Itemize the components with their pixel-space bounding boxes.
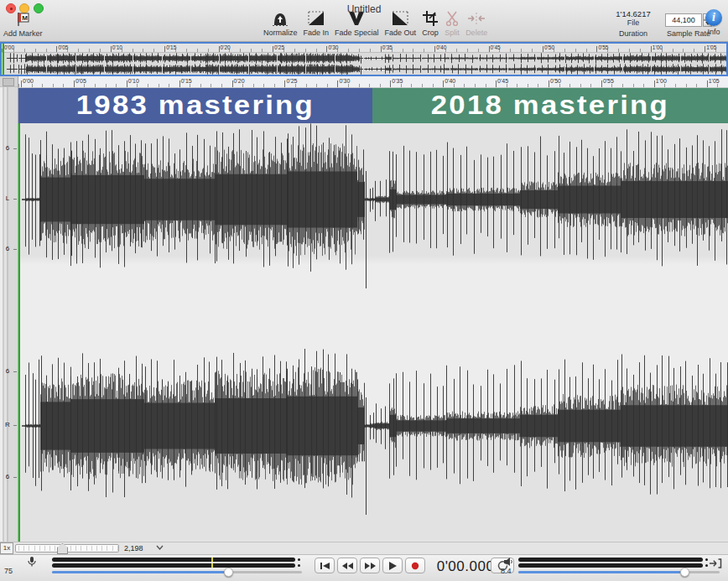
- zoom-slider-thumb[interactable]: [57, 543, 68, 554]
- overview-waveform[interactable]: [2, 53, 726, 75]
- ruler-label: 0'35: [382, 44, 393, 50]
- fade-special-button[interactable]: Fade Special: [335, 10, 379, 37]
- svg-text:M: M: [22, 14, 28, 22]
- ruler-label: 0'55: [603, 78, 614, 84]
- output-meter-dot-top: [705, 558, 708, 561]
- fast-forward-icon: [364, 562, 377, 570]
- skip-to-start-icon: [320, 562, 330, 570]
- banner-1983-text: 1983 mastering: [76, 91, 315, 121]
- speaker-icon: [503, 557, 514, 567]
- ruler-label: 0'45: [491, 44, 501, 50]
- ruler-label: 0'25: [287, 78, 298, 84]
- output-volume-slider[interactable]: [518, 571, 720, 573]
- crop-icon: [422, 10, 439, 27]
- punch-in-icon[interactable]: [709, 558, 722, 568]
- ruler-label: 0'30: [339, 78, 350, 84]
- overview-ruler: 0'000'050'100'150'200'250'300'350'400'45…: [2, 44, 726, 53]
- ruler-corner-box: [0, 76, 18, 87]
- rewind-icon: [341, 562, 354, 570]
- right-channel-panel[interactable]: [18, 314, 728, 541]
- chevron-down-icon[interactable]: [156, 545, 164, 550]
- crop-button[interactable]: Crop: [422, 10, 439, 37]
- info-label: Info: [703, 28, 725, 36]
- toolbar-center-group: Normalize Fade In Fade S: [263, 10, 487, 37]
- zoom-slider[interactable]: [15, 544, 119, 552]
- output-meter-dot-bottom: [705, 564, 708, 567]
- samples-per-pixel-value[interactable]: 2,198: [124, 544, 143, 552]
- transport-bar: 75: [0, 555, 728, 581]
- scale-tick: [13, 425, 17, 426]
- scissors-icon: [445, 10, 460, 27]
- scale-tick: [13, 148, 17, 149]
- fade-special-icon: [347, 10, 366, 27]
- ruler-label: 0'15: [181, 78, 192, 84]
- duration-label: Duration: [606, 29, 661, 38]
- ruler-label: 1'05: [709, 78, 720, 84]
- rewind-button[interactable]: [337, 558, 357, 573]
- fade-out-icon: [391, 10, 409, 27]
- skip-to-start-button[interactable]: [315, 558, 335, 573]
- input-meter-dot-top: [298, 558, 300, 561]
- output-meter-top: [518, 558, 703, 562]
- microphone-icon: [26, 556, 38, 568]
- normalize-button[interactable]: Normalize: [263, 10, 298, 37]
- fade-in-button[interactable]: Fade In: [304, 10, 330, 37]
- record-button[interactable]: [405, 558, 425, 573]
- input-peak-tick-top: [211, 558, 213, 562]
- play-button[interactable]: [382, 558, 403, 573]
- ruler-label: 0'55: [598, 44, 608, 50]
- ruler-label: 1'00: [653, 44, 663, 50]
- waveform-area[interactable]: 1983 mastering 2018 mastering: [18, 88, 728, 541]
- input-peak-tick-bottom: [211, 563, 213, 568]
- normalize-icon: [271, 10, 289, 27]
- duration-display: 1'14.6217 File Duration: [606, 9, 661, 38]
- banner-2018: 2018 mastering: [372, 88, 728, 123]
- ruler-label: 0'05: [75, 78, 86, 84]
- ruler-label: 0'30: [328, 44, 338, 50]
- duration-value: 1'14.6217: [606, 9, 661, 18]
- scale-tick: [13, 371, 17, 372]
- banner-2018-text: 2018 mastering: [431, 91, 669, 121]
- input-volume-thumb[interactable]: [224, 568, 233, 577]
- scale-tick: [13, 477, 17, 478]
- ruler-label: 0'50: [550, 78, 561, 84]
- overview-playhead[interactable]: [3, 44, 4, 75]
- ruler-label: 1'05: [706, 44, 716, 50]
- output-volume-thumb[interactable]: [680, 568, 689, 577]
- ruler-label: 0'20: [234, 78, 245, 84]
- ruler-label: 0'00: [23, 78, 34, 84]
- fade-out-button[interactable]: Fade Out: [385, 10, 417, 37]
- input-volume-slider[interactable]: [52, 571, 302, 573]
- fade-in-icon: [307, 10, 325, 27]
- ruler-label: 0'40: [436, 44, 446, 50]
- play-icon: [388, 561, 398, 571]
- right-channel-waveform[interactable]: [18, 314, 728, 541]
- delete-button: Delete: [465, 10, 487, 37]
- ruler-label: 0'25: [274, 44, 284, 50]
- ruler-label: 0'50: [544, 44, 554, 50]
- scale-tick: [13, 249, 17, 250]
- ruler-label: 0'45: [497, 78, 508, 84]
- fast-forward-button[interactable]: [360, 558, 380, 573]
- banner-1983: 1983 mastering: [18, 88, 372, 123]
- sample-rate-field[interactable]: 44,100: [665, 13, 702, 27]
- output-level-value: 8.4: [501, 567, 512, 575]
- toolbar: Untitled M Add Marker: [0, 0, 728, 42]
- ruler-label: 0'05: [58, 44, 68, 50]
- info-control: i Info: [703, 9, 725, 36]
- playhead-cursor[interactable]: [18, 88, 20, 542]
- marker-flag-icon: M: [14, 11, 31, 28]
- input-meter-dot-bottom: [298, 564, 300, 567]
- overview-strip[interactable]: 0'000'050'100'150'200'250'300'350'400'45…: [0, 42, 728, 76]
- input-meter-top: [52, 558, 295, 562]
- input-meter-bottom: [52, 563, 295, 568]
- info-button[interactable]: i: [705, 9, 722, 26]
- zoom-1x-button[interactable]: 1x: [0, 542, 13, 554]
- add-marker-button[interactable]: M Add Marker: [3, 11, 43, 38]
- audio-editor-window: Untitled M Add Marker: [0, 0, 728, 581]
- ruler-label: 0'35: [392, 78, 403, 84]
- ruler-label: 0'10: [112, 44, 122, 50]
- delete-icon: [467, 10, 486, 27]
- scale-tick: [13, 199, 17, 200]
- timeline-ruler[interactable]: 0'000'050'100'150'200'250'300'350'400'45…: [18, 76, 728, 88]
